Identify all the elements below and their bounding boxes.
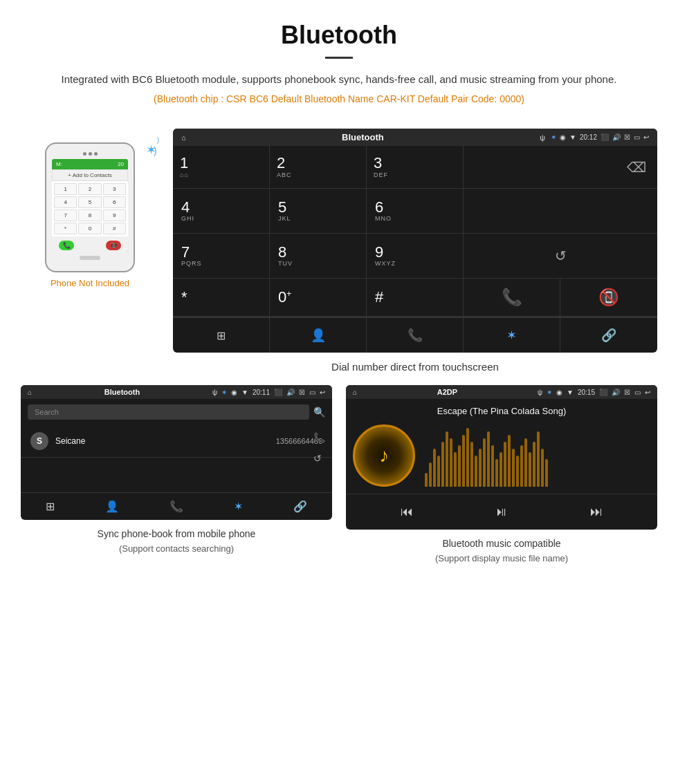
dial-screen-section: ⌂ Bluetooth ψ ✶ ◉ ▼ 20:12 ⬛ 🔊 ☒ ▭ ↩	[173, 129, 657, 385]
music-bt-icon: ✶	[547, 389, 552, 396]
dial-status-bar: ⌂ Bluetooth ψ ✶ ◉ ▼ 20:12 ⬛ 🔊 ☒ ▭ ↩	[173, 129, 657, 146]
music-camera: ⬛	[599, 389, 607, 396]
viz-bar	[487, 431, 490, 487]
add-contacts-bar: + Add to Contacts	[52, 169, 128, 181]
dial-key-2[interactable]: 2 ABC	[270, 146, 367, 188]
page-description: Integrated with BC6 Bluetooth module, su…	[42, 71, 636, 88]
music-back: ↩	[645, 389, 650, 396]
call-accept-button[interactable]: 📞	[464, 279, 560, 317]
page-header: Bluetooth Integrated with BC6 Bluetooth …	[0, 0, 678, 129]
viz-bar	[454, 452, 457, 487]
dial-key-4[interactable]: 4GHI	[173, 189, 270, 234]
music-volume: 🔊	[612, 389, 620, 396]
search-icon[interactable]: 🔍	[313, 407, 325, 418]
title-divider	[325, 57, 353, 59]
pb-close: ☒	[299, 389, 305, 396]
play-pause-button[interactable]: ⏯	[488, 501, 515, 523]
dial-empty-1	[464, 189, 657, 234]
pb-side-icons: 📞 ↺	[313, 432, 325, 464]
pb-link-icon[interactable]: 🔗	[285, 500, 315, 513]
dial-key-7[interactable]: 7PQRS	[173, 234, 270, 279]
dial-key-hash[interactable]: #	[367, 279, 464, 317]
viz-bar	[533, 442, 535, 487]
viz-bar	[450, 438, 452, 487]
contact-avatar: S	[30, 432, 48, 450]
viz-bar	[437, 456, 440, 487]
phone-call-buttons: 📞 📵	[52, 241, 128, 250]
call-decline-button[interactable]: 📵	[560, 279, 657, 317]
phone-screen-header: M:20	[52, 159, 128, 169]
viz-bar	[545, 459, 548, 487]
backspace-icon[interactable]: ⌫	[627, 159, 646, 176]
phone-icon[interactable]: 📞	[367, 318, 464, 353]
volume-icon: 🔊	[612, 133, 621, 141]
viz-bar	[479, 449, 482, 487]
pb-phone-icon[interactable]: 📞	[161, 500, 192, 513]
next-track-button[interactable]: ⏭	[583, 501, 610, 523]
viz-bar	[529, 452, 531, 487]
pb-main: S Seicane 13566664466 📞 ↺	[21, 425, 332, 492]
main-content: ) ) ✶ M:20 + Add to Contacts 123	[0, 129, 678, 385]
pb-search-row: Search 🔍	[21, 399, 332, 425]
pb-time: 20:11	[253, 389, 270, 396]
dial-screen: ⌂ Bluetooth ψ ✶ ◉ ▼ 20:12 ⬛ 🔊 ☒ ▭ ↩	[173, 129, 657, 353]
close-icon: ☒	[624, 133, 630, 141]
pb-refresh-icon[interactable]: ↺	[313, 453, 325, 464]
viz-bar	[495, 459, 498, 487]
dial-key-star[interactable]: *	[173, 279, 270, 317]
music-location: ◉	[556, 389, 562, 396]
bt-status-icon: ✶	[551, 133, 556, 141]
dial-key-6[interactable]: 6MNO	[367, 189, 464, 234]
page-title: Bluetooth	[42, 21, 636, 50]
keypad-row-2: 4GHI 5JKL 6MNO	[173, 189, 657, 234]
viz-bar	[537, 431, 540, 487]
pb-back: ↩	[320, 389, 325, 396]
dial-key-5[interactable]: 5JKL	[270, 189, 367, 234]
pb-contacts-icon[interactable]: 👤	[97, 500, 127, 513]
viz-bar	[462, 435, 465, 487]
music-status-bar: ⌂ A2DP ψ ✶ ◉ ▼ 20:15 ⬛ 🔊 ☒ ▭ ↩	[346, 385, 657, 399]
phone-not-included-label: Phone Not Included	[21, 278, 159, 288]
music-window: ▭	[634, 389, 641, 396]
back-icon: ↩	[643, 133, 649, 141]
dial-key-1[interactable]: 1 ⌂⌂	[173, 146, 270, 188]
pb-home-icon: ⌂	[28, 389, 32, 396]
viz-bar	[475, 456, 477, 487]
dial-key-9[interactable]: 9WXYZ	[367, 234, 464, 279]
pb-bluetooth-icon[interactable]: ✶	[226, 500, 251, 513]
music-content: ♪	[346, 424, 657, 494]
phone-home-button	[80, 256, 100, 260]
dial-input-display: ⌫	[464, 146, 657, 188]
contacts-icon[interactable]: 👤	[270, 318, 367, 353]
pb-volume: 🔊	[286, 389, 295, 396]
phonebook-block: ⌂ Bluetooth ψ ✶ ◉ ▼ 20:11 ⬛ 🔊 ☒ ▭ ↩ Sear…	[21, 385, 332, 566]
dial-key-8[interactable]: 8TUV	[270, 234, 367, 279]
viz-bar	[516, 456, 519, 487]
music-caption: Bluetooth music compatible (Support disp…	[346, 536, 657, 566]
song-title: Escape (The Pina Colada Song)	[346, 399, 657, 416]
viz-bar	[425, 473, 428, 487]
viz-bar	[541, 449, 544, 487]
bluetooth-icon[interactable]: ✶	[464, 318, 560, 353]
music-block: ⌂ A2DP ψ ✶ ◉ ▼ 20:15 ⬛ 🔊 ☒ ▭ ↩ Escape (T…	[346, 385, 657, 566]
viz-bar	[458, 445, 461, 487]
redial-button[interactable]: ↺	[464, 234, 657, 279]
pb-usb-icon: ψ	[212, 389, 217, 396]
pb-dialpad-icon[interactable]: ⊞	[37, 500, 63, 513]
pb-search-input[interactable]: Search	[28, 404, 309, 420]
dial-key-0[interactable]: 0+	[270, 279, 367, 317]
phone-keypad: 123 456 789 *0#	[52, 181, 128, 236]
music-screen: ⌂ A2DP ψ ✶ ◉ ▼ 20:15 ⬛ 🔊 ☒ ▭ ↩ Escape (T…	[346, 385, 657, 530]
link-icon[interactable]: 🔗	[560, 318, 657, 353]
music-close: ☒	[624, 389, 630, 396]
dial-key-3[interactable]: 3 DEF	[367, 146, 464, 188]
music-time: 20:15	[578, 389, 595, 396]
pb-camera: ⬛	[274, 389, 282, 396]
dialpad-icon[interactable]: ⊞	[173, 318, 270, 353]
prev-track-button[interactable]: ⏮	[394, 501, 420, 523]
viz-bar	[446, 431, 448, 487]
usb-icon: ψ	[540, 133, 545, 142]
home-icon: ⌂	[181, 133, 186, 142]
viz-bar	[512, 449, 515, 487]
pb-call-icon[interactable]: 📞	[313, 432, 325, 443]
